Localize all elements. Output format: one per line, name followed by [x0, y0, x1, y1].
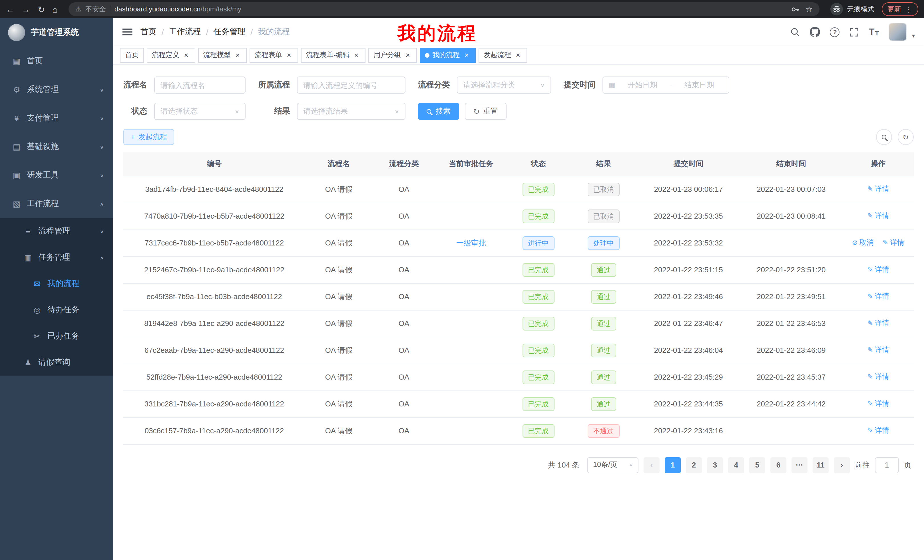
cell-process-id: 2152467e-7b9b-11ec-9a1b-acde48001122	[123, 256, 305, 283]
page-size-select[interactable]: 10条/页 ∨	[587, 457, 639, 473]
tab-label: 我的流程	[432, 50, 460, 60]
sidebar-item-payment-mgmt[interactable]: ¥ 支付管理 ∨	[0, 104, 113, 132]
menu-collapse-toggle[interactable]	[122, 28, 132, 35]
browser-menu-icon[interactable]: ⋮	[905, 5, 913, 13]
page-number-button[interactable]: ···	[792, 457, 807, 473]
detail-action-link[interactable]: ✎详情	[867, 400, 889, 407]
chevron-down-icon: ∨	[394, 108, 399, 114]
close-tab-icon[interactable]: ×	[182, 51, 190, 59]
breadcrumb-home[interactable]: 首页	[141, 27, 156, 37]
close-tab-icon[interactable]: ×	[463, 51, 471, 59]
process-category-select[interactable]: 请选择流程分类 ∨	[457, 76, 551, 94]
update-browser-button[interactable]: 更新 ⋮	[882, 2, 918, 16]
detail-action-link[interactable]: ✎详情	[867, 292, 889, 300]
goto-page-input[interactable]	[875, 457, 899, 473]
fullscreen-icon[interactable]	[849, 27, 859, 37]
menu-item-label: 工作流程	[27, 199, 94, 209]
tab-process-form[interactable]: 流程表单 ×	[249, 48, 298, 63]
page-number-button[interactable]: 4	[728, 457, 744, 473]
sidebar-item-system-mgmt[interactable]: ⚙ 系统管理 ∨	[0, 75, 113, 104]
detail-action-link[interactable]: ✎详情	[867, 427, 889, 434]
tab-user-group[interactable]: 用户分组 ×	[368, 48, 417, 63]
menu-item-label: 系统管理	[27, 84, 94, 95]
sidebar-item-home[interactable]: ▦ 首页	[0, 47, 113, 75]
cell-submit-time: 2022-01-22 23:51:15	[637, 256, 740, 283]
result-select[interactable]: 请选择流结果 ∨	[297, 103, 405, 120]
toggle-search-button[interactable]	[876, 129, 892, 145]
process-name-input[interactable]	[154, 76, 246, 94]
breadcrumb-workflow[interactable]: 工作流程	[169, 27, 201, 37]
cell-end-time: 2022-01-22 23:46:09	[740, 337, 843, 364]
detail-action-link[interactable]: ✎详情	[867, 373, 889, 381]
breadcrumb-task-mgmt[interactable]: 任务管理	[214, 27, 246, 37]
close-tab-icon[interactable]: ×	[352, 51, 360, 59]
sidebar-item-leave-query[interactable]: ♟ 请假查询	[0, 349, 113, 376]
avatar-caret-icon[interactable]: ▾	[912, 33, 915, 41]
sidebar-item-task-mgmt[interactable]: ▥ 任务管理 ∧	[0, 244, 113, 271]
status-select[interactable]: 请选择状态 ∨	[154, 103, 246, 120]
tab-home[interactable]: 首页 ×	[120, 48, 144, 63]
sidebar-item-done-tasks[interactable]: ✂ 已办任务	[0, 323, 113, 349]
detail-action-link[interactable]: ✎详情	[867, 265, 889, 273]
back-button[interactable]: ←	[6, 5, 14, 13]
submit-time-range-picker[interactable]: ▦ 开始日期 - 结束日期	[603, 76, 729, 94]
page-number-button[interactable]: 6	[770, 457, 786, 473]
page-number-button[interactable]: 2	[686, 457, 702, 473]
cell-process-id: 7470a810-7b9b-11ec-b5b7-acde48001122	[123, 203, 305, 229]
prev-page-button[interactable]: ‹	[644, 457, 660, 473]
address-bar[interactable]: ⚠ 不安全 dashboard.yudao.iocoder.cn/bpm/tas…	[68, 2, 819, 16]
sidebar-item-process-mgmt[interactable]: ≡ 流程管理 ∨	[0, 218, 113, 244]
table-header-row: 编号流程名流程分类当前审批任务状态结果提交时间结束时间操作	[123, 152, 914, 176]
close-tab-icon[interactable]: ×	[234, 51, 242, 59]
tab-start-process[interactable]: 发起流程 ×	[478, 48, 527, 63]
process-definition-input[interactable]	[297, 76, 405, 94]
search-icon[interactable]	[790, 27, 800, 37]
reload-button[interactable]: ↻	[38, 5, 45, 13]
next-page-button[interactable]: ›	[834, 457, 850, 473]
page-number-button[interactable]: 3	[707, 457, 723, 473]
sidebar-item-todo-tasks[interactable]: ◎ 待办任务	[0, 297, 113, 323]
tab-process-model[interactable]: 流程模型 ×	[198, 48, 247, 63]
cell-process-name: OA 请假	[305, 310, 372, 337]
sidebar-item-workflow[interactable]: ▧ 工作流程 ∧	[0, 190, 113, 218]
goto-suffix: 页	[904, 460, 911, 470]
detail-action-link[interactable]: ✎详情	[867, 346, 889, 354]
user-avatar[interactable]	[889, 23, 907, 41]
detail-action-link[interactable]: ✎详情	[867, 319, 889, 327]
search-button[interactable]: 搜索	[418, 103, 459, 120]
range-separator: -	[670, 81, 672, 89]
cell-end-time: 2022-01-22 23:51:20	[740, 256, 843, 283]
detail-action-link[interactable]: ✎详情	[867, 185, 889, 193]
font-size-icon[interactable]: TT	[869, 27, 879, 36]
result-badge: 通过	[591, 316, 616, 330]
cell-category: OA	[372, 391, 435, 417]
close-tab-icon[interactable]: ×	[285, 51, 293, 59]
refresh-table-button[interactable]: ↻	[898, 129, 914, 145]
cancel-action-link[interactable]: ⊘取消	[852, 239, 874, 247]
tab-label: 流程定义	[152, 50, 179, 60]
github-icon[interactable]	[810, 27, 820, 37]
tab-process-definition[interactable]: 流程定义 ×	[147, 48, 195, 63]
page-number-button[interactable]: 5	[749, 457, 765, 473]
page-number-button[interactable]: 1	[665, 457, 681, 473]
password-key-icon[interactable]	[791, 5, 800, 13]
sidebar-item-my-process[interactable]: ✉ 我的流程	[0, 271, 113, 297]
page-number-button[interactable]: 11	[813, 457, 829, 473]
current-task-link[interactable]: 一级审批	[456, 238, 486, 247]
tab-my-process[interactable]: 我的流程 ×	[420, 48, 476, 63]
detail-action-link[interactable]: ✎详情	[883, 239, 904, 247]
app-logo[interactable]: 芋道管理系统	[0, 18, 113, 47]
reset-button[interactable]: ↻重置	[465, 103, 507, 120]
help-icon[interactable]: ?	[830, 27, 840, 37]
create-process-button[interactable]: +发起流程	[123, 129, 174, 145]
home-button[interactable]: ⌂	[52, 5, 57, 13]
tab-process-form-edit[interactable]: 流程表单-编辑 ×	[301, 48, 366, 63]
page-url: dashboard.yudao.iocoder.cn/bpm/task/my	[114, 5, 241, 13]
close-tab-icon[interactable]: ×	[514, 51, 522, 59]
close-tab-icon[interactable]: ×	[404, 51, 412, 59]
sidebar-item-devtools[interactable]: ▣ 研发工具 ∨	[0, 161, 113, 190]
bookmark-star-icon[interactable]: ☆	[806, 4, 813, 14]
sidebar-item-infrastructure[interactable]: ▤ 基础设施 ∨	[0, 132, 113, 161]
forward-button[interactable]: →	[22, 5, 30, 13]
detail-action-link[interactable]: ✎详情	[867, 212, 889, 220]
